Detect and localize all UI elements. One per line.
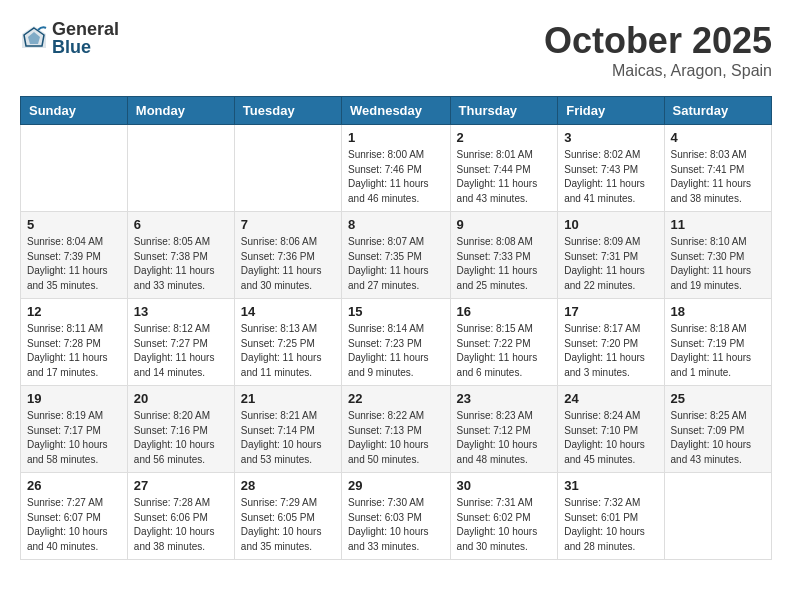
header-monday: Monday (127, 97, 234, 125)
day-info: Sunrise: 8:14 AM Sunset: 7:23 PM Dayligh… (348, 322, 444, 380)
day-cell: 17Sunrise: 8:17 AM Sunset: 7:20 PM Dayli… (558, 299, 664, 386)
day-info: Sunrise: 8:23 AM Sunset: 7:12 PM Dayligh… (457, 409, 552, 467)
day-cell: 19Sunrise: 8:19 AM Sunset: 7:17 PM Dayli… (21, 386, 128, 473)
day-cell: 11Sunrise: 8:10 AM Sunset: 7:30 PM Dayli… (664, 212, 771, 299)
day-cell: 16Sunrise: 8:15 AM Sunset: 7:22 PM Dayli… (450, 299, 558, 386)
logo-blue: Blue (52, 38, 119, 56)
day-info: Sunrise: 8:03 AM Sunset: 7:41 PM Dayligh… (671, 148, 765, 206)
day-number: 22 (348, 391, 444, 406)
day-info: Sunrise: 7:30 AM Sunset: 6:03 PM Dayligh… (348, 496, 444, 554)
day-cell: 24Sunrise: 8:24 AM Sunset: 7:10 PM Dayli… (558, 386, 664, 473)
day-info: Sunrise: 7:32 AM Sunset: 6:01 PM Dayligh… (564, 496, 657, 554)
day-cell: 28Sunrise: 7:29 AM Sunset: 6:05 PM Dayli… (234, 473, 341, 560)
day-cell: 6Sunrise: 8:05 AM Sunset: 7:38 PM Daylig… (127, 212, 234, 299)
day-info: Sunrise: 8:12 AM Sunset: 7:27 PM Dayligh… (134, 322, 228, 380)
week-row-2: 5Sunrise: 8:04 AM Sunset: 7:39 PM Daylig… (21, 212, 772, 299)
day-number: 29 (348, 478, 444, 493)
day-cell: 30Sunrise: 7:31 AM Sunset: 6:02 PM Dayli… (450, 473, 558, 560)
day-cell: 2Sunrise: 8:01 AM Sunset: 7:44 PM Daylig… (450, 125, 558, 212)
day-number: 5 (27, 217, 121, 232)
day-info: Sunrise: 8:08 AM Sunset: 7:33 PM Dayligh… (457, 235, 552, 293)
day-info: Sunrise: 8:10 AM Sunset: 7:30 PM Dayligh… (671, 235, 765, 293)
day-number: 3 (564, 130, 657, 145)
month-title: October 2025 (544, 20, 772, 62)
day-cell (664, 473, 771, 560)
day-cell: 31Sunrise: 7:32 AM Sunset: 6:01 PM Dayli… (558, 473, 664, 560)
day-info: Sunrise: 8:24 AM Sunset: 7:10 PM Dayligh… (564, 409, 657, 467)
day-info: Sunrise: 7:28 AM Sunset: 6:06 PM Dayligh… (134, 496, 228, 554)
day-number: 17 (564, 304, 657, 319)
day-info: Sunrise: 8:25 AM Sunset: 7:09 PM Dayligh… (671, 409, 765, 467)
day-number: 14 (241, 304, 335, 319)
day-cell: 27Sunrise: 7:28 AM Sunset: 6:06 PM Dayli… (127, 473, 234, 560)
day-number: 12 (27, 304, 121, 319)
day-number: 4 (671, 130, 765, 145)
day-info: Sunrise: 8:01 AM Sunset: 7:44 PM Dayligh… (457, 148, 552, 206)
day-cell: 15Sunrise: 8:14 AM Sunset: 7:23 PM Dayli… (342, 299, 451, 386)
day-info: Sunrise: 8:04 AM Sunset: 7:39 PM Dayligh… (27, 235, 121, 293)
day-number: 27 (134, 478, 228, 493)
day-cell: 3Sunrise: 8:02 AM Sunset: 7:43 PM Daylig… (558, 125, 664, 212)
day-cell: 29Sunrise: 7:30 AM Sunset: 6:03 PM Dayli… (342, 473, 451, 560)
day-info: Sunrise: 8:07 AM Sunset: 7:35 PM Dayligh… (348, 235, 444, 293)
day-number: 31 (564, 478, 657, 493)
day-info: Sunrise: 8:05 AM Sunset: 7:38 PM Dayligh… (134, 235, 228, 293)
header-row: SundayMondayTuesdayWednesdayThursdayFrid… (21, 97, 772, 125)
logo-icon (20, 24, 48, 52)
day-number: 20 (134, 391, 228, 406)
day-cell: 18Sunrise: 8:18 AM Sunset: 7:19 PM Dayli… (664, 299, 771, 386)
day-number: 11 (671, 217, 765, 232)
day-number: 13 (134, 304, 228, 319)
day-cell: 20Sunrise: 8:20 AM Sunset: 7:16 PM Dayli… (127, 386, 234, 473)
day-cell (21, 125, 128, 212)
day-cell (234, 125, 341, 212)
day-cell: 13Sunrise: 8:12 AM Sunset: 7:27 PM Dayli… (127, 299, 234, 386)
day-number: 16 (457, 304, 552, 319)
day-cell: 9Sunrise: 8:08 AM Sunset: 7:33 PM Daylig… (450, 212, 558, 299)
day-info: Sunrise: 8:18 AM Sunset: 7:19 PM Dayligh… (671, 322, 765, 380)
day-number: 9 (457, 217, 552, 232)
day-cell: 14Sunrise: 8:13 AM Sunset: 7:25 PM Dayli… (234, 299, 341, 386)
day-info: Sunrise: 8:13 AM Sunset: 7:25 PM Dayligh… (241, 322, 335, 380)
calendar-body: 1Sunrise: 8:00 AM Sunset: 7:46 PM Daylig… (21, 125, 772, 560)
page-header: General Blue October 2025 Maicas, Aragon… (20, 20, 772, 80)
day-cell: 21Sunrise: 8:21 AM Sunset: 7:14 PM Dayli… (234, 386, 341, 473)
day-cell: 22Sunrise: 8:22 AM Sunset: 7:13 PM Dayli… (342, 386, 451, 473)
logo: General Blue (20, 20, 119, 56)
day-info: Sunrise: 8:21 AM Sunset: 7:14 PM Dayligh… (241, 409, 335, 467)
day-cell: 1Sunrise: 8:00 AM Sunset: 7:46 PM Daylig… (342, 125, 451, 212)
day-number: 30 (457, 478, 552, 493)
day-cell: 12Sunrise: 8:11 AM Sunset: 7:28 PM Dayli… (21, 299, 128, 386)
day-number: 25 (671, 391, 765, 406)
day-number: 21 (241, 391, 335, 406)
calendar-header: SundayMondayTuesdayWednesdayThursdayFrid… (21, 97, 772, 125)
day-info: Sunrise: 7:27 AM Sunset: 6:07 PM Dayligh… (27, 496, 121, 554)
header-tuesday: Tuesday (234, 97, 341, 125)
week-row-1: 1Sunrise: 8:00 AM Sunset: 7:46 PM Daylig… (21, 125, 772, 212)
day-info: Sunrise: 8:22 AM Sunset: 7:13 PM Dayligh… (348, 409, 444, 467)
week-row-4: 19Sunrise: 8:19 AM Sunset: 7:17 PM Dayli… (21, 386, 772, 473)
day-cell: 10Sunrise: 8:09 AM Sunset: 7:31 PM Dayli… (558, 212, 664, 299)
day-info: Sunrise: 8:06 AM Sunset: 7:36 PM Dayligh… (241, 235, 335, 293)
location: Maicas, Aragon, Spain (544, 62, 772, 80)
day-cell: 7Sunrise: 8:06 AM Sunset: 7:36 PM Daylig… (234, 212, 341, 299)
week-row-5: 26Sunrise: 7:27 AM Sunset: 6:07 PM Dayli… (21, 473, 772, 560)
day-number: 10 (564, 217, 657, 232)
day-number: 23 (457, 391, 552, 406)
day-number: 15 (348, 304, 444, 319)
day-info: Sunrise: 8:09 AM Sunset: 7:31 PM Dayligh… (564, 235, 657, 293)
day-number: 18 (671, 304, 765, 319)
header-thursday: Thursday (450, 97, 558, 125)
day-number: 28 (241, 478, 335, 493)
day-number: 7 (241, 217, 335, 232)
day-cell: 4Sunrise: 8:03 AM Sunset: 7:41 PM Daylig… (664, 125, 771, 212)
week-row-3: 12Sunrise: 8:11 AM Sunset: 7:28 PM Dayli… (21, 299, 772, 386)
day-info: Sunrise: 8:20 AM Sunset: 7:16 PM Dayligh… (134, 409, 228, 467)
day-info: Sunrise: 8:02 AM Sunset: 7:43 PM Dayligh… (564, 148, 657, 206)
day-number: 6 (134, 217, 228, 232)
day-cell: 8Sunrise: 8:07 AM Sunset: 7:35 PM Daylig… (342, 212, 451, 299)
day-cell (127, 125, 234, 212)
logo-text: General Blue (52, 20, 119, 56)
day-number: 2 (457, 130, 552, 145)
day-number: 19 (27, 391, 121, 406)
